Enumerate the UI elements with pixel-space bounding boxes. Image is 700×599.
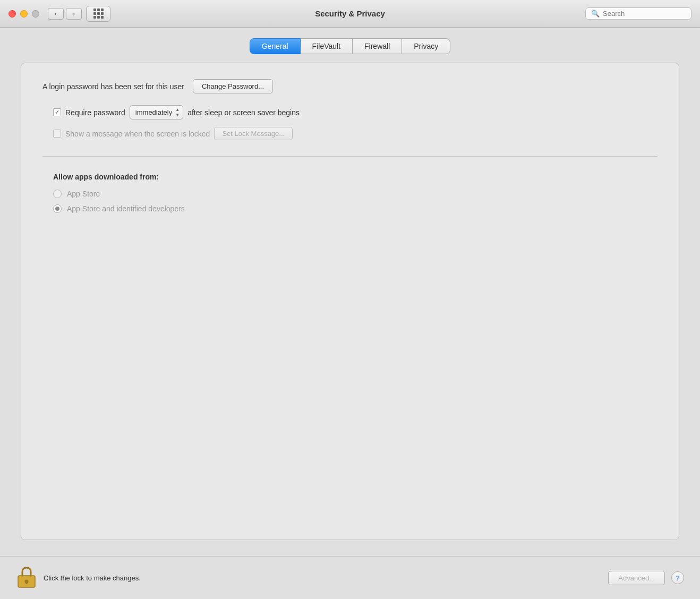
tab-bar: General FileVault Firewall Privacy [250,38,450,54]
radio-app-store[interactable] [53,190,62,198]
show-message-checkbox[interactable] [53,130,61,138]
grid-view-button[interactable] [86,6,110,22]
lock-icon-wrap[interactable] [16,565,37,591]
show-message-row: Show a message when the screen is locked… [42,127,658,140]
close-button[interactable] [8,10,16,18]
login-password-text: A login password has been set for this u… [42,82,184,91]
after-sleep-text: after sleep or screen saver begins [187,108,300,117]
svg-rect-2 [26,581,28,584]
allow-apps-section: Allow apps downloaded from: App Store Ap… [42,173,658,219]
bottom-bar: Click the lock to make changes. Advanced… [0,556,700,599]
nav-buttons: ‹ › [48,8,82,20]
settings-panel: A login password has been set for this u… [21,63,679,540]
require-password-label: Require password [65,108,125,117]
help-button[interactable]: ? [671,571,684,584]
tab-filevault[interactable]: FileVault [300,38,353,54]
set-lock-message-button[interactable]: Set Lock Message... [214,127,293,140]
tab-privacy[interactable]: Privacy [402,38,450,54]
radio-app-store-identified-row: App Store and identified developers [53,204,658,213]
window-title: Security & Privacy [315,9,385,18]
minimize-button[interactable] [20,10,28,18]
titlebar: ‹ › Security & Privacy 🔍 [0,0,700,28]
require-password-row: Require password immediately ▲ ▼ after s… [42,105,658,119]
password-timing-dropdown[interactable]: immediately ▲ ▼ [130,105,183,119]
back-button[interactable]: ‹ [48,8,64,20]
radio-app-store-identified[interactable] [53,204,62,213]
tab-firewall[interactable]: Firewall [352,38,402,54]
lock-text: Click the lock to make changes. [44,574,608,582]
lock-icon [16,565,37,588]
main-content: General FileVault Firewall Privacy A log… [0,28,700,556]
show-message-label: Show a message when the screen is locked [65,130,210,138]
search-box[interactable]: 🔍 [585,7,692,20]
search-icon: 🔍 [591,10,600,18]
traffic-lights [8,10,39,18]
radio-app-store-identified-label: App Store and identified developers [67,204,185,213]
login-password-row: A login password has been set for this u… [42,79,658,93]
forward-button[interactable]: › [66,8,82,20]
section-divider [42,156,658,157]
require-password-checkbox[interactable] [53,108,61,116]
dropdown-value: immediately [135,108,172,116]
grid-icon [93,8,104,19]
allow-apps-title: Allow apps downloaded from: [53,173,658,181]
change-password-button[interactable]: Change Password... [193,79,273,93]
radio-app-store-row: App Store [53,190,658,198]
maximize-button[interactable] [32,10,39,18]
radio-app-store-label: App Store [67,190,100,198]
dropdown-arrows-icon: ▲ ▼ [175,107,180,117]
radio-inner-dot [55,207,59,211]
advanced-button[interactable]: Advanced... [608,571,665,585]
search-input[interactable] [603,10,686,18]
tab-general[interactable]: General [250,38,301,54]
